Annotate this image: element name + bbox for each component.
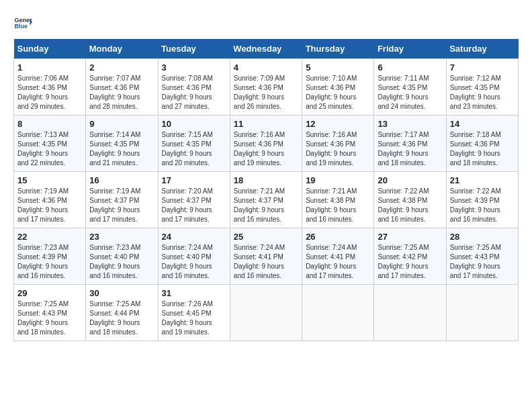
calendar-cell: 1Sunrise: 7:06 AM Sunset: 4:36 PM Daylig… [14,59,86,116]
day-info: Sunrise: 7:19 AM Sunset: 4:36 PM Dayligh… [17,187,82,224]
day-info: Sunrise: 7:15 AM Sunset: 4:35 PM Dayligh… [162,130,226,168]
day-number: 8 [17,119,82,129]
calendar-cell [230,285,302,341]
day-header-friday: Friday [374,39,446,59]
logo-icon: General Blue [13,13,32,32]
day-header-tuesday: Tuesday [158,39,230,59]
day-info: Sunrise: 7:22 AM Sunset: 4:39 PM Dayligh… [450,187,515,224]
day-info: Sunrise: 7:13 AM Sunset: 4:35 PM Dayligh… [17,130,82,168]
calendar-week-3: 15Sunrise: 7:19 AM Sunset: 4:36 PM Dayli… [14,172,519,228]
day-number: 6 [378,62,442,73]
day-info: Sunrise: 7:25 AM Sunset: 4:43 PM Dayligh… [450,243,515,281]
day-info: Sunrise: 7:17 AM Sunset: 4:36 PM Dayligh… [378,130,442,168]
day-number: 18 [234,175,298,185]
day-number: 23 [89,232,154,242]
day-info: Sunrise: 7:21 AM Sunset: 4:38 PM Dayligh… [306,187,370,224]
day-info: Sunrise: 7:24 AM Sunset: 4:41 PM Dayligh… [234,243,298,281]
day-header-saturday: Saturday [446,39,518,59]
day-number: 14 [450,119,515,129]
calendar-cell [374,285,446,341]
calendar-cell: 7Sunrise: 7:12 AM Sunset: 4:35 PM Daylig… [446,59,518,116]
day-number: 21 [450,175,515,185]
calendar-cell: 9Sunrise: 7:14 AM Sunset: 4:35 PM Daylig… [86,116,158,172]
calendar-cell: 16Sunrise: 7:19 AM Sunset: 4:37 PM Dayli… [86,172,158,228]
calendar-cell: 3Sunrise: 7:08 AM Sunset: 4:36 PM Daylig… [158,59,230,116]
day-info: Sunrise: 7:18 AM Sunset: 4:36 PM Dayligh… [450,130,515,168]
day-number: 22 [17,232,82,242]
calendar-cell [446,285,518,341]
calendar-cell: 22Sunrise: 7:23 AM Sunset: 4:39 PM Dayli… [14,228,86,285]
calendar-cell: 17Sunrise: 7:20 AM Sunset: 4:37 PM Dayli… [158,172,230,228]
calendar-cell: 19Sunrise: 7:21 AM Sunset: 4:38 PM Dayli… [302,172,374,228]
calendar-cell: 18Sunrise: 7:21 AM Sunset: 4:37 PM Dayli… [230,172,302,228]
calendar-cell: 26Sunrise: 7:24 AM Sunset: 4:41 PM Dayli… [302,228,374,285]
day-info: Sunrise: 7:23 AM Sunset: 4:40 PM Dayligh… [89,243,154,281]
day-number: 17 [162,175,226,185]
calendar-cell: 10Sunrise: 7:15 AM Sunset: 4:35 PM Dayli… [158,116,230,172]
calendar-cell: 8Sunrise: 7:13 AM Sunset: 4:35 PM Daylig… [14,116,86,172]
day-info: Sunrise: 7:25 AM Sunset: 4:44 PM Dayligh… [89,300,154,337]
day-info: Sunrise: 7:25 AM Sunset: 4:43 PM Dayligh… [17,300,82,337]
calendar-cell: 27Sunrise: 7:25 AM Sunset: 4:42 PM Dayli… [374,228,446,285]
day-header-sunday: Sunday [14,39,86,59]
day-info: Sunrise: 7:16 AM Sunset: 4:36 PM Dayligh… [234,130,298,168]
calendar-week-4: 22Sunrise: 7:23 AM Sunset: 4:39 PM Dayli… [14,228,519,285]
calendar-cell: 24Sunrise: 7:24 AM Sunset: 4:40 PM Dayli… [158,228,230,285]
day-number: 4 [234,62,298,73]
calendar-cell: 13Sunrise: 7:17 AM Sunset: 4:36 PM Dayli… [374,116,446,172]
calendar-cell: 29Sunrise: 7:25 AM Sunset: 4:43 PM Dayli… [14,285,86,341]
calendar-cell: 6Sunrise: 7:11 AM Sunset: 4:35 PM Daylig… [374,59,446,116]
day-info: Sunrise: 7:22 AM Sunset: 4:38 PM Dayligh… [378,187,442,224]
day-number: 15 [17,175,82,185]
day-info: Sunrise: 7:20 AM Sunset: 4:37 PM Dayligh… [162,187,226,224]
day-number: 9 [89,119,154,129]
day-info: Sunrise: 7:25 AM Sunset: 4:42 PM Dayligh… [378,243,442,281]
day-number: 10 [162,119,226,129]
day-number: 5 [306,62,370,73]
calendar-cell: 28Sunrise: 7:25 AM Sunset: 4:43 PM Dayli… [446,228,518,285]
calendar-week-2: 8Sunrise: 7:13 AM Sunset: 4:35 PM Daylig… [14,116,519,172]
calendar-table: SundayMondayTuesdayWednesdayThursdayFrid… [13,39,519,341]
day-header-thursday: Thursday [302,39,374,59]
day-number: 26 [306,232,370,242]
day-number: 29 [17,288,82,298]
day-info: Sunrise: 7:19 AM Sunset: 4:37 PM Dayligh… [89,187,154,224]
calendar-week-5: 29Sunrise: 7:25 AM Sunset: 4:43 PM Dayli… [14,285,519,341]
calendar-cell: 5Sunrise: 7:10 AM Sunset: 4:36 PM Daylig… [302,59,374,116]
day-number: 27 [378,232,442,242]
calendar-cell: 14Sunrise: 7:18 AM Sunset: 4:36 PM Dayli… [446,116,518,172]
calendar-cell: 25Sunrise: 7:24 AM Sunset: 4:41 PM Dayli… [230,228,302,285]
day-number: 11 [234,119,298,129]
svg-text:General: General [14,17,32,24]
calendar-cell: 30Sunrise: 7:25 AM Sunset: 4:44 PM Dayli… [86,285,158,341]
day-number: 20 [378,175,442,185]
day-info: Sunrise: 7:23 AM Sunset: 4:39 PM Dayligh… [17,243,82,281]
calendar-cell: 20Sunrise: 7:22 AM Sunset: 4:38 PM Dayli… [374,172,446,228]
day-info: Sunrise: 7:10 AM Sunset: 4:36 PM Dayligh… [306,74,370,111]
calendar-cell [302,285,374,341]
day-info: Sunrise: 7:12 AM Sunset: 4:35 PM Dayligh… [450,74,515,111]
day-number: 12 [306,119,370,129]
calendar-cell: 4Sunrise: 7:09 AM Sunset: 4:36 PM Daylig… [230,59,302,116]
day-number: 13 [378,119,442,129]
calendar-cell: 31Sunrise: 7:26 AM Sunset: 4:45 PM Dayli… [158,285,230,341]
day-info: Sunrise: 7:16 AM Sunset: 4:36 PM Dayligh… [306,130,370,168]
day-info: Sunrise: 7:21 AM Sunset: 4:37 PM Dayligh… [234,187,298,224]
day-number: 28 [450,232,515,242]
day-info: Sunrise: 7:26 AM Sunset: 4:45 PM Dayligh… [162,300,226,337]
day-number: 19 [306,175,370,185]
calendar-cell: 21Sunrise: 7:22 AM Sunset: 4:39 PM Dayli… [446,172,518,228]
day-info: Sunrise: 7:06 AM Sunset: 4:36 PM Dayligh… [17,74,82,111]
day-info: Sunrise: 7:11 AM Sunset: 4:35 PM Dayligh… [378,74,442,111]
page-header: General Blue [13,13,519,32]
day-info: Sunrise: 7:24 AM Sunset: 4:41 PM Dayligh… [306,243,370,281]
day-info: Sunrise: 7:09 AM Sunset: 4:36 PM Dayligh… [234,74,298,111]
day-number: 3 [162,62,226,73]
day-info: Sunrise: 7:07 AM Sunset: 4:36 PM Dayligh… [89,74,154,111]
calendar-cell: 11Sunrise: 7:16 AM Sunset: 4:36 PM Dayli… [230,116,302,172]
day-number: 31 [162,288,226,298]
svg-text:Blue: Blue [14,23,28,30]
calendar-cell: 2Sunrise: 7:07 AM Sunset: 4:36 PM Daylig… [86,59,158,116]
day-number: 16 [89,175,154,185]
calendar-week-1: 1Sunrise: 7:06 AM Sunset: 4:36 PM Daylig… [14,59,519,116]
